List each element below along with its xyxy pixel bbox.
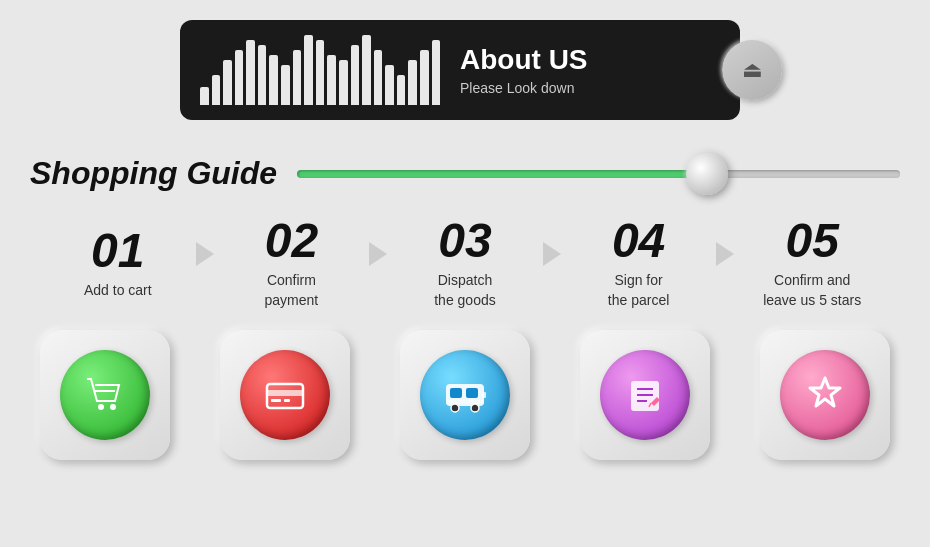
svg-rect-13 [482, 392, 486, 398]
step-4-number: 04 [612, 217, 665, 265]
svg-rect-4 [267, 390, 303, 396]
guide-title: Shopping Guide [30, 155, 277, 192]
cart-icon-circle [60, 350, 150, 440]
step-1: 01 Add to cart [40, 227, 196, 301]
step-5: 05 Confirm andleave us 5 stars [734, 217, 890, 310]
step-5-label: Confirm andleave us 5 stars [763, 271, 861, 310]
steps-numbers-row: 01 Add to cart 02 Confirmpayment 03 Disp… [30, 217, 900, 310]
dispatch-button[interactable] [400, 330, 530, 460]
dispatch-icon-circle [420, 350, 510, 440]
step-2-label: Confirmpayment [265, 271, 319, 310]
svg-point-1 [110, 404, 116, 410]
step-2: 02 Confirmpayment [214, 217, 370, 310]
eject-icon: ⏏ [742, 57, 763, 83]
stars-icon-circle [780, 350, 870, 440]
sign-button[interactable] [580, 330, 710, 460]
icons-row [30, 330, 900, 460]
stars-button[interactable] [760, 330, 890, 460]
arrow-2 [369, 242, 387, 286]
step-3-label: Dispatchthe goods [434, 271, 496, 310]
svg-rect-8 [450, 388, 462, 398]
cart-button[interactable] [40, 330, 170, 460]
step-2-number: 02 [265, 217, 318, 265]
arrow-4 [716, 242, 734, 286]
step-3-number: 03 [438, 217, 491, 265]
eject-button[interactable]: ⏏ [722, 40, 782, 100]
svg-rect-6 [284, 399, 290, 402]
sign-icon-circle [600, 350, 690, 440]
stars-svg [798, 368, 852, 422]
slider-thumb[interactable] [686, 153, 728, 195]
sign-svg [619, 369, 671, 421]
arrow-triangle-2 [369, 242, 387, 266]
step-1-label: Add to cart [84, 281, 152, 301]
svg-point-12 [471, 404, 479, 412]
svg-rect-9 [466, 388, 478, 398]
arrow-1 [196, 242, 214, 286]
dispatch-svg [438, 368, 492, 422]
header-subtitle: Please Look down [460, 80, 588, 96]
slider-container[interactable] [297, 164, 900, 184]
equalizer-graphic [200, 35, 440, 105]
arrow-3 [543, 242, 561, 286]
payment-button[interactable] [220, 330, 350, 460]
header-banner: About US Please Look down [180, 20, 740, 120]
header-text: About US Please Look down [460, 44, 588, 96]
step-4-label: Sign forthe parcel [608, 271, 669, 310]
svg-marker-19 [810, 378, 840, 406]
payment-svg [259, 369, 311, 421]
step-4: 04 Sign forthe parcel [561, 217, 717, 310]
svg-point-11 [451, 404, 459, 412]
guide-section: Shopping Guide 01 Add to cart 02 Confirm… [30, 155, 900, 460]
arrow-triangle-3 [543, 242, 561, 266]
step-5-number: 05 [785, 217, 838, 265]
arrow-triangle-4 [716, 242, 734, 266]
svg-rect-10 [446, 400, 484, 404]
step-1-number: 01 [91, 227, 144, 275]
arrow-triangle-1 [196, 242, 214, 266]
header-title: About US [460, 44, 588, 76]
cart-svg [79, 369, 131, 421]
svg-rect-5 [271, 399, 281, 402]
guide-header: Shopping Guide [30, 155, 900, 192]
svg-point-0 [98, 404, 104, 410]
slider-track [297, 170, 900, 178]
step-3: 03 Dispatchthe goods [387, 217, 543, 310]
payment-icon-circle [240, 350, 330, 440]
